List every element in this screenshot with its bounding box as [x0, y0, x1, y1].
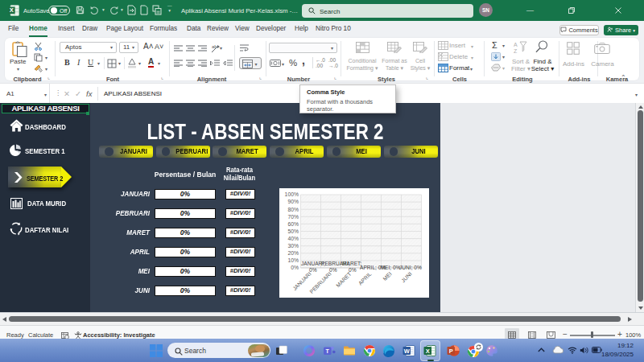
svg-text:PEBRUARI: PEBRUARI — [308, 271, 332, 295]
svg-text:0%: 0% — [309, 267, 317, 273]
svg-text:MARET;: MARET; — [342, 261, 361, 266]
svg-text:Z: Z — [514, 48, 518, 54]
svg-text:JUNI; 0%: JUNI; 0% — [399, 265, 422, 270]
svg-text:W: W — [404, 347, 411, 354]
svg-text:JUNI: JUNI — [400, 271, 413, 284]
svg-text:70%: 70% — [287, 214, 299, 220]
svg-text:T: T — [325, 348, 329, 353]
svg-text:100%: 100% — [284, 191, 298, 197]
svg-text:0%: 0% — [291, 265, 299, 270]
svg-text:80%: 80% — [287, 207, 299, 212]
svg-text:P: P — [449, 347, 453, 354]
svg-text:40%: 40% — [287, 236, 299, 241]
svg-text:A: A — [514, 42, 518, 47]
svg-text:10%: 10% — [287, 257, 299, 263]
svg-text:ab: ab — [212, 44, 217, 49]
svg-text:30%: 30% — [287, 243, 299, 249]
svg-text:X: X — [426, 347, 430, 354]
svg-text:MEI; 0%: MEI; 0% — [380, 265, 400, 270]
svg-text:90%: 90% — [287, 199, 299, 204]
svg-text:X: X — [10, 6, 14, 14]
svg-text:50%: 50% — [287, 228, 299, 234]
svg-text:20%: 20% — [287, 250, 299, 256]
svg-text:0%: 0% — [329, 267, 337, 273]
svg-text:JANUARI: JANUARI — [291, 271, 312, 292]
svg-text:MARET: MARET — [334, 271, 352, 289]
svg-text:0%: 0% — [349, 267, 357, 273]
svg-text:60%: 60% — [287, 221, 299, 227]
svg-text:APRIL: APRIL — [357, 271, 372, 286]
svg-text:MEI: MEI — [382, 271, 393, 282]
